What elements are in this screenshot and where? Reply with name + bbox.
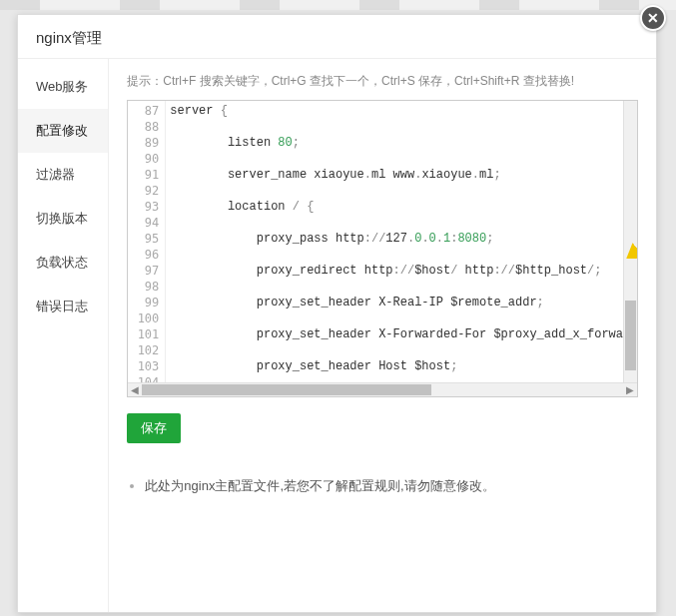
save-button[interactable]: 保存 [127, 413, 181, 443]
vertical-scrollbar[interactable] [623, 101, 637, 382]
sidebar-item-4[interactable]: 负载状态 [18, 241, 108, 285]
code-area[interactable]: server { listen 80; server_name xiaoyue.… [166, 101, 623, 382]
nginx-manage-modal: ✕ nginx管理 Web服务配置修改过滤器切换版本负载状态错误日志 提示：Ct… [17, 14, 657, 613]
line-gutter: 8788899091929394959697989910010110210310… [128, 101, 166, 382]
horizontal-scroll-thumb[interactable] [142, 384, 431, 395]
config-editor[interactable]: 8788899091929394959697989910010110210310… [127, 100, 638, 397]
note-item: 此处为nginx主配置文件,若您不了解配置规则,请勿随意修改。 [145, 477, 638, 495]
editor-hint: 提示：Ctrl+F 搜索关键字，Ctrl+G 查找下一个，Ctrl+S 保存，C… [127, 73, 638, 90]
sidebar: Web服务配置修改过滤器切换版本负载状态错误日志 [18, 59, 109, 612]
sidebar-item-2[interactable]: 过滤器 [18, 153, 108, 197]
sidebar-item-5[interactable]: 错误日志 [18, 285, 108, 328]
scroll-right-icon[interactable]: ▶ [623, 383, 637, 397]
sidebar-item-0[interactable]: Web服务 [18, 65, 108, 109]
close-icon[interactable]: ✕ [640, 5, 666, 31]
scroll-left-icon[interactable]: ◀ [128, 383, 142, 397]
sidebar-item-1[interactable]: 配置修改 [18, 109, 108, 153]
horizontal-scrollbar[interactable]: ◀ ▶ [128, 382, 637, 396]
modal-title: nginx管理 [18, 15, 656, 59]
sidebar-item-3[interactable]: 切换版本 [18, 197, 108, 241]
vertical-scroll-thumb[interactable] [625, 301, 636, 370]
note-list: 此处为nginx主配置文件,若您不了解配置规则,请勿随意修改。 [127, 477, 638, 495]
